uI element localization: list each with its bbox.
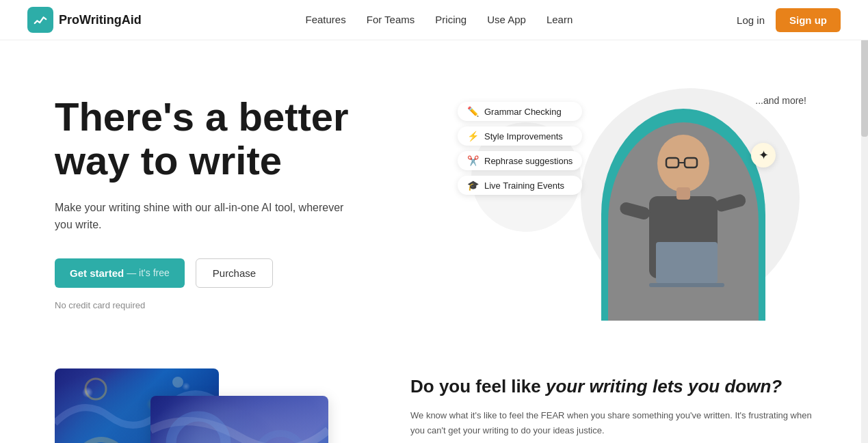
no-credit-card-note: No credit card required xyxy=(55,300,451,310)
nav-links: Features For Teams Pricing Use App Learn xyxy=(306,14,573,26)
bottom-section: My idea in my head Do you feel like your… xyxy=(0,368,868,443)
hero-buttons: Get started — it's free Purchase xyxy=(55,258,451,288)
svg-rect-7 xyxy=(618,201,651,221)
training-icon: 🎓 xyxy=(467,180,479,191)
nav-actions: Log in Sign up xyxy=(737,8,841,32)
svg-rect-8 xyxy=(714,193,747,213)
nav-learn[interactable]: Learn xyxy=(547,14,573,25)
image-front-blue xyxy=(150,396,328,443)
logo-icon xyxy=(27,7,53,33)
bottom-image-area: My idea in my head xyxy=(55,368,356,443)
person-gray xyxy=(608,122,759,321)
nav-pricing[interactable]: Pricing xyxy=(435,14,466,25)
logo-link[interactable]: ProWritingAid xyxy=(27,7,142,33)
badge-rephrase: ✂️ Rephrase suggestions xyxy=(458,151,582,170)
nav-use-app[interactable]: Use App xyxy=(487,14,526,25)
nav-for-teams[interactable]: For Teams xyxy=(367,14,415,25)
login-button[interactable]: Log in xyxy=(737,14,765,26)
rephrase-icon: ✂️ xyxy=(467,155,479,166)
badge-style: ⚡ Style Improvements xyxy=(458,126,582,146)
image-stack: My idea in my head xyxy=(55,368,356,443)
navbar: ProWritingAid Features For Teams Pricing… xyxy=(0,0,868,40)
svg-point-13 xyxy=(257,433,304,443)
blue-art xyxy=(150,396,328,443)
hero-title: There's a better way to write xyxy=(55,95,451,183)
signup-button[interactable]: Sign up xyxy=(776,8,841,32)
svg-rect-5 xyxy=(656,242,718,283)
purchase-button[interactable]: Purchase xyxy=(196,258,273,288)
grammar-icon: ✏️ xyxy=(467,106,479,117)
get-started-button[interactable]: Get started — it's free xyxy=(55,258,185,288)
svg-point-10 xyxy=(86,379,106,399)
bottom-body: We know what it's like to feel the FEAR … xyxy=(410,408,813,438)
person-illustration xyxy=(581,81,786,321)
badge-grammar: ✏️ Grammar Checking xyxy=(458,102,582,121)
get-started-label: Get started xyxy=(70,267,124,279)
feature-badges: ✏️ Grammar Checking ⚡ Style Improvements… xyxy=(458,102,582,195)
hero-section: There's a better way to write Make your … xyxy=(0,40,868,355)
hero-right: ✏️ Grammar Checking ⚡ Style Improvements… xyxy=(458,81,813,327)
scrollbar[interactable] xyxy=(861,0,868,443)
style-icon: ⚡ xyxy=(467,131,479,142)
free-label: — it's free xyxy=(127,267,170,278)
svg-point-11 xyxy=(172,377,183,388)
bottom-text-area: Do you feel like your writing lets you d… xyxy=(410,368,813,438)
star-icon: ✦ xyxy=(751,143,776,167)
nav-features[interactable]: Features xyxy=(306,14,346,25)
svg-rect-6 xyxy=(649,283,724,287)
svg-point-12 xyxy=(171,416,226,443)
and-more-text: ...and more! xyxy=(755,95,806,106)
logo-text: ProWritingAid xyxy=(59,13,142,27)
badge-training: 🎓 Live Training Events xyxy=(458,176,582,195)
hero-left: There's a better way to write Make your … xyxy=(55,81,451,310)
svg-rect-9 xyxy=(676,187,690,200)
bottom-heading: Do you feel like your writing lets you d… xyxy=(410,375,813,399)
hero-subtitle: Make your writing shine with our all-in-… xyxy=(55,199,356,234)
